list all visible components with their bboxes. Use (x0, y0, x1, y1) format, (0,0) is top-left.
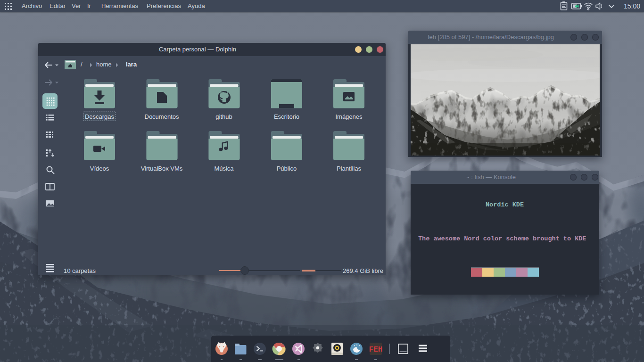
svg-text:FEH: FEH (369, 346, 383, 354)
